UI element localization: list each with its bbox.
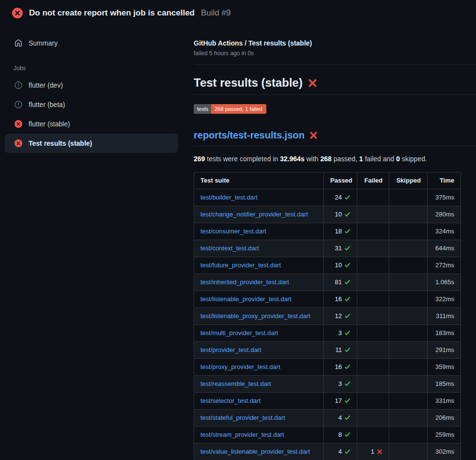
check-icon (344, 194, 351, 200)
time-cell: 185ms (428, 375, 461, 392)
test-suite-cell: test/future_provider_test.dart (194, 257, 324, 274)
passed-cell: 4 (324, 443, 357, 460)
test-suite-cell: test/inherited_provider_test.dart (194, 274, 324, 291)
table-row: test/context_test.dart31644ms (194, 240, 461, 257)
sidebar-item-flutter-beta[interactable]: flutter (beta) (5, 95, 178, 114)
home-icon (15, 39, 22, 47)
passed-cell: 16 (324, 358, 357, 375)
test-suite-cell: test/context_test.dart (194, 240, 324, 257)
failed-cell: 1 (357, 443, 389, 460)
test-suite-cell: test/listenable_proxy_provider_test.dart (194, 307, 324, 324)
column-header-time: Time (428, 172, 461, 189)
test-suite-link[interactable]: test/listenable_proxy_provider_test.dart (200, 312, 310, 320)
test-suite-link[interactable]: test/consumer_test.dart (200, 228, 266, 235)
skipped-cell (389, 341, 428, 358)
skipped-cell (389, 324, 428, 341)
x-mark-icon (309, 131, 318, 139)
sidebar-item-label: flutter (beta) (29, 101, 65, 108)
skipped-cell (389, 274, 428, 291)
skipped-cell (389, 358, 428, 375)
test-suite-link[interactable]: test/listenable_provider_test.dart (200, 295, 292, 303)
column-header-skipped: Skipped (389, 172, 428, 189)
test-suite-link[interactable]: test/inherited_provider_test.dart (200, 278, 289, 286)
skipped-cell (389, 392, 428, 409)
column-header-passed: Passed (324, 172, 357, 189)
skipped-cell (389, 426, 428, 443)
test-suite-cell: test/stateful_provider_test.dart (194, 409, 324, 426)
time-cell: 322ms (428, 291, 461, 307)
test-suite-link[interactable]: test/proxy_provider_test.dart (200, 363, 280, 370)
sidebar-item-flutter-stable[interactable]: flutter (stable) (5, 114, 178, 134)
test-suite-link[interactable]: test/selector_test.dart (200, 397, 261, 404)
test-suite-link[interactable]: test/builder_test.dart (200, 194, 258, 201)
sidebar-item-flutter-dev[interactable]: flutter (dev) (5, 76, 178, 95)
table-row: test/change_notifier_provider_test.dart1… (194, 206, 461, 223)
run-status-text: failed 5 hours ago in 0s (194, 50, 476, 57)
divider (194, 64, 476, 65)
test-suite-cell: test/stream_provider_test.dart (194, 426, 324, 443)
test-suite-link[interactable]: test/provider_test.dart (200, 346, 261, 353)
time-cell: 302ms (428, 443, 461, 460)
failed-cell (357, 240, 389, 257)
build-number: Build #9 (201, 8, 230, 18)
results-summary-text: 269 tests were completed in 32.964s with… (194, 154, 476, 164)
check-icon (344, 414, 351, 421)
report-title-link[interactable]: reports/test-results.json (194, 130, 305, 141)
x-circle-icon (15, 139, 22, 147)
divider (194, 146, 476, 146)
check-icon (344, 398, 351, 404)
failed-cell (357, 409, 389, 426)
test-suite-cell: test/builder_test.dart (194, 189, 324, 206)
sidebar-item-label: Test results (stable) (29, 139, 92, 147)
sidebar-item-summary[interactable]: Summary (5, 33, 178, 53)
failed-cell (357, 307, 389, 324)
table-row: test/proxy_provider_test.dart16359ms (194, 358, 461, 375)
test-suite-link[interactable]: test/stateful_provider_test.dart (200, 414, 285, 421)
table-row: test/provider_test.dart11291ms (194, 341, 461, 358)
failed-cell (357, 375, 389, 392)
test-suite-link[interactable]: test/future_provider_test.dart (200, 261, 281, 269)
test-suite-link[interactable]: test/multi_provider_test.dart (200, 329, 278, 337)
passed-cell: 18 (324, 223, 357, 240)
failed-cell (357, 223, 389, 240)
sidebar-item-test-results-stable[interactable]: Test results (stable) (5, 134, 178, 153)
passed-cell: 11 (324, 341, 357, 358)
passed-cell: 81 (324, 274, 357, 291)
failed-cell (357, 358, 389, 375)
skipped-cell (389, 189, 428, 206)
test-suite-cell: test/proxy_provider_test.dart (194, 358, 324, 375)
test-suite-link[interactable]: test/value_listenable_provider_test.dart (200, 448, 310, 455)
column-header-failed: Failed (357, 172, 389, 189)
stop-icon (15, 81, 22, 89)
check-icon (344, 228, 351, 234)
test-suite-link[interactable]: test/context_test.dart (200, 245, 259, 252)
skipped-cell (389, 375, 428, 392)
passed-cell: 12 (324, 307, 357, 324)
page-header: Do not create report when job is cancell… (0, 0, 476, 25)
table-row: test/reassemble_test.dart3185ms (194, 375, 461, 392)
sidebar: Summary Jobs flutter (dev)flutter (beta)… (0, 25, 184, 153)
test-suite-link[interactable]: test/reassemble_test.dart (200, 380, 271, 387)
passed-cell: 10 (324, 206, 357, 223)
skipped-cell (389, 291, 428, 307)
time-cell: 183ms (428, 324, 461, 341)
time-cell: 331ms (428, 392, 461, 409)
summary-part: skipped. (400, 155, 427, 163)
check-icon (344, 211, 351, 217)
passed-cell: 31 (324, 240, 357, 257)
sidebar-jobs-list: flutter (dev)flutter (beta)flutter (stab… (5, 76, 178, 153)
report-heading: reports/test-results.json (194, 130, 476, 141)
passed-cell: 10 (324, 257, 357, 274)
test-suite-link[interactable]: test/stream_provider_test.dart (200, 431, 284, 438)
x-mark-icon (308, 78, 317, 88)
passed-cell: 8 (324, 426, 357, 443)
check-icon (344, 262, 351, 268)
time-cell: 280ms (428, 206, 461, 223)
test-suite-link[interactable]: test/change_notifier_provider_test.dart (200, 211, 308, 218)
table-row: test/multi_provider_test.dart3183ms (194, 324, 461, 341)
badge-label: tests (194, 104, 211, 114)
passed-cell: 24 (324, 189, 357, 206)
skipped-cell (389, 206, 428, 223)
time-cell: 272ms (428, 257, 461, 274)
time-cell: 259ms (428, 426, 461, 443)
